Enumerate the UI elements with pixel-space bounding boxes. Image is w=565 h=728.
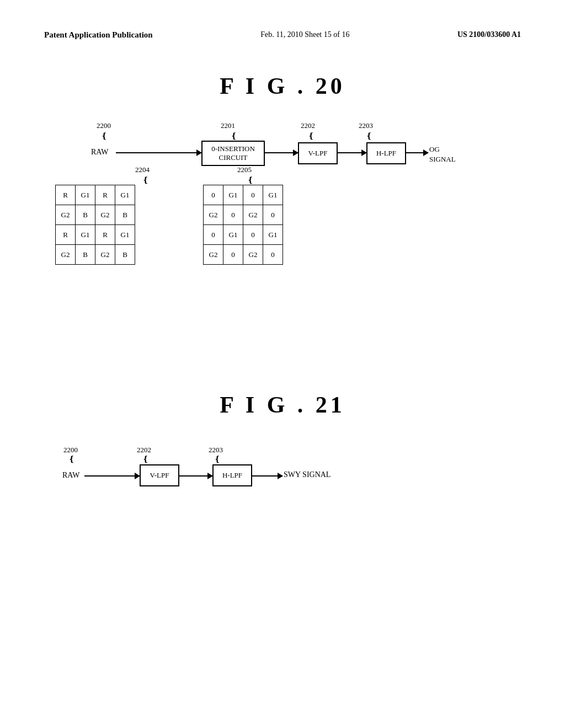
- bracket-2200: ❴: [101, 131, 108, 141]
- grid-2205: 0G10G1 G20G20 0G10G1 G20G20: [203, 185, 283, 265]
- swy-signal-label: SWY SIGNAL: [284, 470, 331, 479]
- header-right: US 2100/033600 A1: [457, 30, 521, 39]
- hlpf-box-20: H-LPF: [366, 142, 406, 164]
- bracket-2203: ❴: [366, 131, 372, 141]
- fig21-title: F I G . 21: [0, 392, 565, 418]
- vlpf-box-20: V-LPF: [298, 142, 338, 164]
- hlpf-box-21: H-LPF: [212, 464, 252, 486]
- raw-label-20: RAW: [91, 148, 109, 157]
- header-center: Feb. 11, 2010 Sheet 15 of 16: [260, 30, 349, 39]
- label-2203: 2203: [359, 121, 373, 130]
- arrow-raw-vlpf-21: [84, 475, 140, 477]
- label-2205: 2205: [237, 165, 252, 174]
- arrow-hlpf-og: [406, 152, 428, 153]
- fig21-diagram: 2200 ❴ RAW 2202 ❴ V-LPF 2203 ❴ H-LPF SWY…: [0, 440, 565, 550]
- label-2200-21: 2200: [63, 446, 78, 454]
- page-header: Patent Application Publication Feb. 11, …: [0, 0, 565, 40]
- label-2203-21: 2203: [209, 446, 223, 454]
- label-2200: 2200: [97, 121, 111, 130]
- arrow-insertion-vlpf: [265, 152, 298, 153]
- arrow-hlpf-swy: [252, 475, 282, 477]
- bracket-2200-21: ❴: [68, 454, 75, 464]
- vlpf-box-21: V-LPF: [140, 464, 179, 486]
- fig20-diagram: 2200 ❴ 2201 ❴ 2202 ❴ 2203 ❴ RAW 0-INSERT…: [0, 116, 565, 303]
- arrow-vlpf-hlpf-20: [338, 152, 366, 153]
- grid-2204: RG1RG1 G2BG2B RG1RG1 G2BG2B: [55, 185, 135, 265]
- label-2201: 2201: [221, 121, 235, 130]
- insertion-circuit-box: 0-INSERTION CIRCUIT: [201, 141, 265, 166]
- header-left: Patent Application Publication: [44, 30, 153, 40]
- label-2202-21: 2202: [137, 446, 151, 454]
- bracket-2202-21: ❴: [142, 454, 149, 464]
- label-2204: 2204: [135, 165, 150, 174]
- raw-label-21: RAW: [62, 471, 80, 480]
- arrow-raw-insertion: [116, 152, 201, 153]
- bracket-2204: ❴: [142, 175, 149, 185]
- label-2202: 2202: [301, 121, 315, 130]
- bracket-2203-21: ❴: [214, 454, 221, 464]
- fig20-title: F I G . 20: [0, 73, 565, 99]
- bracket-2201: ❴: [231, 131, 237, 141]
- bracket-2202: ❴: [308, 131, 315, 141]
- og-signal-label: OGSIGNAL: [429, 144, 456, 164]
- bracket-2205: ❴: [247, 175, 254, 185]
- arrow-vlpf-hlpf-21: [179, 475, 212, 477]
